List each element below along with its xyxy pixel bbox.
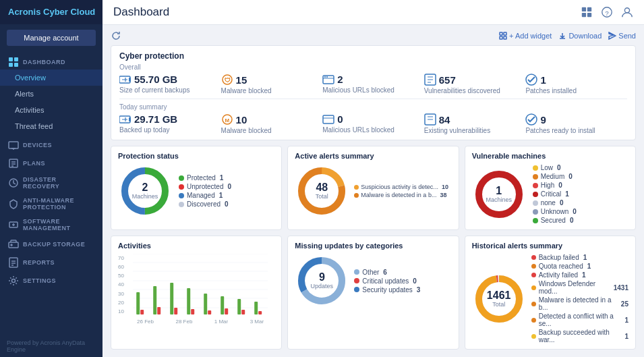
active-alerts-body: 48 Total Suspicious activity is detec...… (295, 164, 451, 218)
alerts-legend: Suspicious activity is detec... 10 Malwa… (354, 184, 448, 198)
svg-rect-4 (9, 142, 18, 148)
stat-vuln-overall: 657 Vulnerabilities discovered (424, 74, 526, 94)
nav-label-dr: DISASTER RECOVERY (23, 176, 94, 190)
widgets-row-1: Protection status 2 Mac (111, 146, 636, 230)
vulnerable-machines-widget: Vulnerable machines 1 Machines (465, 146, 636, 230)
svg-rect-73 (208, 310, 211, 314)
legend-activity-failed: Activity failed 1 (531, 271, 628, 279)
x-axis-labels: 26 Feb 28 Feb 1 Mar 3 Mar (126, 319, 274, 325)
svg-rect-0 (9, 57, 13, 61)
alerts-malware: Malware is detected in a b... 38 (354, 192, 448, 198)
cyber-protection-title: Cyber protection (119, 51, 627, 61)
stat-urls-overall: 2 Malicious URLs blocked (322, 74, 424, 94)
legend-none: none 0 (533, 199, 577, 207)
protection-status-title: Protection status (118, 152, 274, 160)
protection-status-widget: Protection status 2 Mac (111, 146, 282, 230)
main-content: Dashboard ? + Add widget Download (103, 0, 644, 357)
svg-point-26 (624, 8, 629, 13)
svg-rect-13 (9, 242, 18, 248)
nav-header-plans: PLANS (0, 153, 103, 171)
vulnerable-legend: Low 0 Medium 0 High 0 (533, 164, 577, 224)
topbar: Dashboard ? (103, 0, 644, 25)
overall-label: Overall (119, 63, 627, 71)
svg-rect-21 (587, 7, 591, 11)
historical-legend: Backup failed 1 Quota reached 1 Activity… (531, 254, 628, 344)
legend-critical: Critical 1 (533, 190, 577, 198)
dashboard-toolbar-left (111, 30, 121, 41)
grid-icon[interactable] (581, 6, 593, 18)
refresh-icon[interactable] (111, 30, 121, 41)
manage-account-button[interactable]: Manage account (7, 30, 96, 46)
historical-label: Total (487, 301, 511, 308)
help-icon[interactable]: ? (601, 6, 613, 18)
unknown-dot (533, 209, 538, 215)
legend-low: Low 0 (533, 164, 577, 171)
sidebar-item-activities[interactable]: Activities (0, 102, 103, 118)
legend-discovered: Discovered 0 (179, 200, 231, 208)
low-dot (533, 165, 538, 171)
send-button[interactable]: Send (608, 32, 636, 40)
svg-point-14 (11, 244, 12, 246)
legend-security-updates: Security updates 3 (354, 286, 420, 294)
historical-total: 1461 (487, 290, 511, 301)
svg-rect-20 (582, 7, 586, 11)
svg-point-19 (12, 279, 16, 282)
stat-patches-today: 9 Patches ready to install (525, 113, 627, 134)
dashboard-toolbar: + Add widget Download Send (111, 30, 636, 41)
vuln-icon (424, 74, 436, 86)
svg-rect-30 (504, 36, 506, 39)
legend-managed: Managed 1 (179, 192, 231, 199)
svg-rect-64 (136, 292, 140, 314)
nav-header-reports: REPORTS (0, 252, 103, 270)
legend-unknown: Unknown 0 (533, 208, 577, 215)
page-title: Dashboard (113, 5, 169, 19)
svg-text:M: M (225, 117, 229, 123)
svg-rect-69 (174, 308, 177, 314)
vuln-today-icon (424, 113, 436, 126)
stat-backed-today: 29.71 GB Backed up today (119, 113, 221, 134)
unprotected-dot (179, 184, 184, 190)
add-widget-button[interactable]: + Add widget (499, 32, 552, 40)
legend-unprotected: Unprotected 0 (179, 183, 231, 190)
svg-rect-72 (204, 294, 207, 314)
svg-rect-2 (9, 63, 13, 67)
nav-label-software: SOFTWARE MANAGEMENT (23, 218, 94, 231)
today-stats: 29.71 GB Backed up today M 10 Malware bl… (119, 113, 627, 134)
legend-malware-detected: Malware is detected in a b... 25 (531, 296, 628, 311)
protected-dot (179, 175, 184, 181)
download-button[interactable]: Download (558, 32, 602, 40)
svg-rect-3 (14, 63, 18, 67)
user-icon[interactable] (621, 6, 633, 18)
nav-label-antimalware: ANTI-MALWARE PROTECTION (23, 197, 94, 211)
sidebar-item-threatfeed[interactable]: Threat feed (0, 118, 103, 134)
nav-label-dashboard: DASHBOARD (23, 59, 65, 65)
vulnerable-label: Machines (486, 196, 512, 203)
dashboard-toolbar-right: + Add widget Download Send (499, 32, 636, 40)
sidebar-item-alerts[interactable]: Alerts (0, 86, 103, 102)
svg-rect-79 (258, 311, 262, 314)
svg-rect-1 (14, 57, 18, 61)
svg-rect-22 (582, 13, 586, 17)
svg-rect-71 (191, 309, 194, 314)
nav-label-reports: REPORTS (23, 259, 55, 266)
nav-header-antimalware: ANTI-MALWARE PROTECTION (0, 192, 103, 213)
legend-backup-failed: Backup failed 1 (531, 254, 628, 261)
svg-rect-27 (500, 32, 502, 35)
historical-alerts-title: Historical alerts summary (472, 242, 628, 250)
legend-quota-reached: Quota reached 1 (531, 263, 628, 270)
svg-rect-65 (140, 310, 144, 314)
protection-status-donut: 2 Machines (118, 164, 172, 218)
other-dot (354, 269, 359, 275)
svg-rect-23 (587, 13, 591, 17)
alerts-total-label: Total (316, 193, 328, 200)
stat-urls-today: 0 Malicious URLs blocked (322, 113, 424, 134)
legend-other: Other 6 (354, 269, 420, 276)
svg-rect-78 (254, 302, 258, 314)
bar-chart-svg (126, 254, 274, 318)
sidebar-item-overview[interactable]: Overview (0, 70, 103, 86)
legend-protected: Protected 1 (179, 174, 231, 182)
svg-rect-70 (187, 288, 190, 314)
svg-text:🛡: 🛡 (225, 77, 231, 84)
security-updates-dot (354, 287, 359, 292)
missing-updates-widget: Missing updates by categories 9 Update (287, 236, 459, 350)
